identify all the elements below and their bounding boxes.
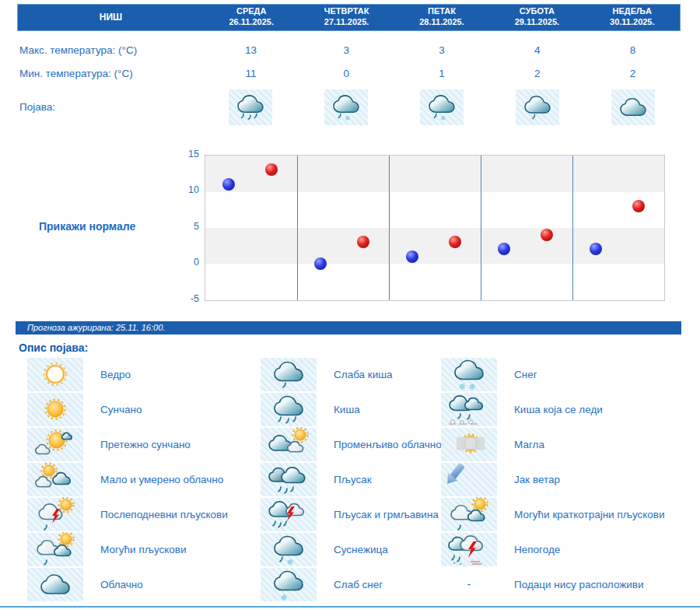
phenomena-row: Појава: ❄❄ bbox=[17, 89, 681, 125]
max-temp-value: 4 bbox=[489, 44, 585, 56]
svg-text:❄: ❄ bbox=[440, 114, 446, 122]
station-name: НИШ bbox=[18, 6, 204, 28]
clouds-sun-rain1-icon bbox=[27, 533, 83, 566]
legend-title: Опис појава: bbox=[19, 342, 700, 354]
show-normals-link[interactable]: Прикажи нормале bbox=[39, 220, 135, 233]
day-weather-cell bbox=[203, 89, 299, 125]
legend-item-label: Пљусак и грмљавина bbox=[334, 509, 441, 520]
max-temp-value: 3 bbox=[299, 44, 394, 56]
phenomena-label: Појава: bbox=[17, 101, 203, 113]
dash-icon: - bbox=[441, 568, 497, 601]
min-temp-point bbox=[314, 257, 327, 270]
min-temp-point bbox=[222, 178, 235, 191]
cloud-icon bbox=[611, 89, 655, 125]
min-temp-point bbox=[406, 250, 418, 263]
day-weather-cell bbox=[489, 89, 585, 125]
legend-item: Пљусак bbox=[261, 462, 441, 497]
sun-outline-icon bbox=[27, 358, 83, 391]
legend-item: Јак ветар bbox=[441, 462, 700, 497]
forecast-updated-bar: Прогноза ажурирана: 25.11. 16:00. bbox=[16, 321, 681, 335]
legend-item: Послеподневни пљускови bbox=[27, 497, 261, 532]
legend-column: Слаба кишаКишаПроменљиво облачноПљусакПљ… bbox=[261, 357, 441, 602]
cloud-snow2-icon: ❄❄ bbox=[441, 358, 497, 391]
clouds-rain-icon bbox=[261, 463, 317, 496]
legend-item: ❄❄Снег bbox=[441, 357, 700, 392]
legend-item-label: Пљусак bbox=[334, 474, 441, 485]
forecast-table: НИШ СРЕДА26.11.2025.ЧЕТВРТАК27.11.2025.П… bbox=[17, 4, 681, 125]
min-temp-label: Мин. температура: (°C) bbox=[17, 68, 203, 79]
max-temp-point bbox=[357, 236, 369, 248]
legend-item-label: Киша која се леди bbox=[514, 404, 700, 415]
day-header: ПЕТАК28.11.2025. bbox=[394, 6, 489, 28]
min-temp-point bbox=[590, 243, 602, 255]
chart-day-separator bbox=[389, 156, 390, 300]
weather-forecast-page: НИШ СРЕДА26.11.2025.ЧЕТВРТАК27.11.2025.П… bbox=[0, 0, 700, 613]
min-temp-value: 0 bbox=[299, 68, 394, 79]
day-header: НЕДЕЉА30.11.2025. bbox=[585, 6, 680, 28]
day-weather-cell: ❄ bbox=[299, 89, 394, 125]
legend-item: ❄Суснежица bbox=[261, 532, 441, 567]
svg-text:❄: ❄ bbox=[458, 382, 465, 391]
y-axis-tick: 0 bbox=[174, 257, 199, 268]
max-temp-point bbox=[541, 229, 553, 241]
svg-text:-: - bbox=[467, 577, 471, 590]
legend-column: ВедроСунчаноПретежно сунчаноМало и умере… bbox=[27, 357, 261, 602]
legend-item-label: Непогоде bbox=[514, 544, 700, 555]
cloud-rain1-icon bbox=[261, 358, 317, 391]
max-temp-value: 8 bbox=[585, 44, 681, 56]
legend-item-label: Мало и умерено облачно bbox=[100, 474, 261, 485]
day-header: СУБОТА29.11.2025. bbox=[489, 6, 584, 28]
max-temp-point bbox=[265, 163, 278, 176]
legend-item: Могући краткотрајни пљускови bbox=[441, 497, 700, 532]
clouds-sun-rain1-icon bbox=[441, 498, 497, 531]
day-weather-cell bbox=[585, 89, 681, 125]
cloud-storm-rain-icon bbox=[261, 498, 317, 531]
legend-item-label: Слаба киша bbox=[334, 369, 441, 380]
legend-item: Киша која се леди bbox=[441, 392, 700, 427]
legend-item: -Подаци нису расположиви bbox=[441, 567, 700, 602]
max-temp-point bbox=[632, 200, 645, 212]
y-axis-tick: 5 bbox=[174, 221, 199, 232]
svg-text:❄: ❄ bbox=[287, 558, 293, 566]
legend-item: Сунчано bbox=[27, 392, 261, 427]
day-header: СРЕДА26.11.2025. bbox=[204, 6, 299, 28]
legend-item-label: Магла bbox=[514, 439, 700, 450]
min-temp-value: 1 bbox=[394, 68, 490, 79]
sun-icon bbox=[27, 393, 83, 426]
forecast-updated-text: Прогноза ажурирана: 25.11. 16:00. bbox=[27, 323, 165, 332]
phenomena-legend: ВедроСунчаноПретежно сунчаноМало и умере… bbox=[27, 357, 700, 602]
y-axis-tick: 15 bbox=[174, 149, 199, 159]
y-axis-tick: 10 bbox=[174, 184, 199, 195]
min-temp-row: Мин. температура: (°C) 110122 bbox=[17, 68, 681, 79]
svg-text:❄: ❄ bbox=[345, 114, 350, 122]
cloud-sleet-icon: ❄ bbox=[324, 89, 368, 125]
min-temp-point bbox=[498, 243, 510, 255]
cloud-icon bbox=[27, 568, 83, 601]
chart-plot-area bbox=[205, 155, 665, 301]
legend-item: Слаба киша bbox=[261, 357, 441, 392]
legend-item: Ведро bbox=[27, 357, 261, 392]
max-temp-value: 3 bbox=[394, 44, 490, 56]
min-temp-value: 11 bbox=[203, 68, 299, 79]
cloud-sleet-icon: ❄ bbox=[420, 89, 464, 125]
cloud-storm-severe-icon bbox=[441, 533, 497, 566]
clouds-sun-icon bbox=[27, 463, 83, 496]
max-temp-label: Макс. температура: (°C) bbox=[17, 44, 203, 56]
legend-item: Пљусак и грмљавина bbox=[261, 497, 441, 532]
chart-day-separator bbox=[297, 156, 298, 300]
legend-item-label: Облачно bbox=[100, 579, 261, 590]
legend-item-label: Послеподневни пљускови bbox=[100, 509, 261, 520]
bottom-divider bbox=[0, 606, 700, 608]
cloud-sun-storm-icon bbox=[27, 498, 83, 531]
legend-column: ❄❄СнегКиша која се ледиМаглаЈак ветарМог… bbox=[441, 357, 700, 602]
legend-item: Претежно сунчано bbox=[27, 427, 261, 462]
cloud-rain1-icon bbox=[516, 89, 559, 125]
legend-item-label: Слаб снег bbox=[334, 579, 441, 590]
clouds-sun2-icon bbox=[261, 428, 317, 461]
cloud-sleet-icon: ❄ bbox=[261, 533, 317, 566]
legend-item-label: Снег bbox=[514, 369, 700, 380]
legend-item-label: Киша bbox=[334, 404, 441, 415]
day-weather-cell: ❄ bbox=[394, 89, 490, 125]
legend-item: Променљиво облачно bbox=[261, 427, 441, 462]
wind-icon bbox=[441, 463, 497, 496]
